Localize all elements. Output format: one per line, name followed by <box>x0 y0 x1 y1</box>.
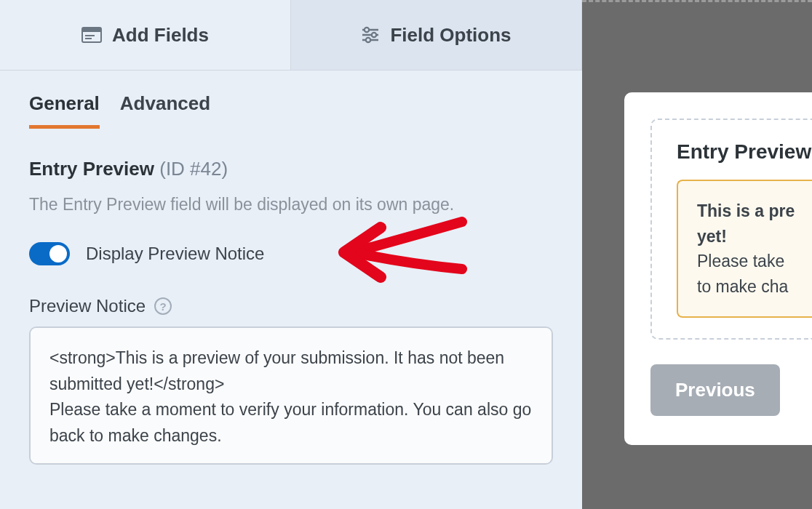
field-options-icon <box>361 26 380 44</box>
previous-button[interactable]: Previous <box>650 364 780 416</box>
help-icon[interactable]: ? <box>154 297 172 315</box>
tab-field-options[interactable]: Field Options <box>290 0 582 70</box>
display-preview-notice-label: Display Preview Notice <box>86 244 264 264</box>
display-preview-notice-toggle[interactable] <box>29 242 70 265</box>
preview-field-container: Entry Preview This is a pre yet! Please … <box>650 119 812 340</box>
notice-line2: to make cha <box>697 274 812 300</box>
field-title-text: Entry Preview <box>29 158 154 180</box>
svg-point-9 <box>366 38 370 42</box>
notice-bold-line1: This is a pre <box>697 199 812 224</box>
preview-heading: Entry Preview <box>677 140 812 164</box>
tab-add-fields-label: Add Fields <box>112 24 209 47</box>
subtab-advanced[interactable]: Advanced <box>120 92 210 129</box>
add-fields-icon <box>81 27 102 43</box>
preview-notice-box: This is a pre yet! Please take to make c… <box>677 180 812 318</box>
preview-notice-textarea[interactable] <box>29 326 553 465</box>
preview-card: Entry Preview This is a pre yet! Please … <box>624 92 812 445</box>
svg-point-5 <box>365 28 369 32</box>
top-tabs: Add Fields Field Options <box>0 0 582 71</box>
tab-field-options-label: Field Options <box>390 24 511 47</box>
svg-point-7 <box>372 33 376 37</box>
field-description: The Entry Preview field will be displaye… <box>29 195 553 215</box>
form-preview-area: Entry Preview This is a pre yet! Please … <box>582 0 812 509</box>
arrow-annotation <box>338 215 469 290</box>
notice-bold-line2: yet! <box>697 224 812 249</box>
sub-tabs: General Advanced <box>0 71 582 129</box>
field-id: (ID #42) <box>159 158 228 180</box>
tab-add-fields[interactable]: Add Fields <box>0 0 290 70</box>
notice-line1: Please take <box>697 249 812 274</box>
subtab-general[interactable]: General <box>29 92 100 129</box>
svg-rect-1 <box>82 28 101 32</box>
field-title: Entry Preview (ID #42) <box>29 158 553 180</box>
preview-notice-label: Preview Notice <box>29 296 146 316</box>
